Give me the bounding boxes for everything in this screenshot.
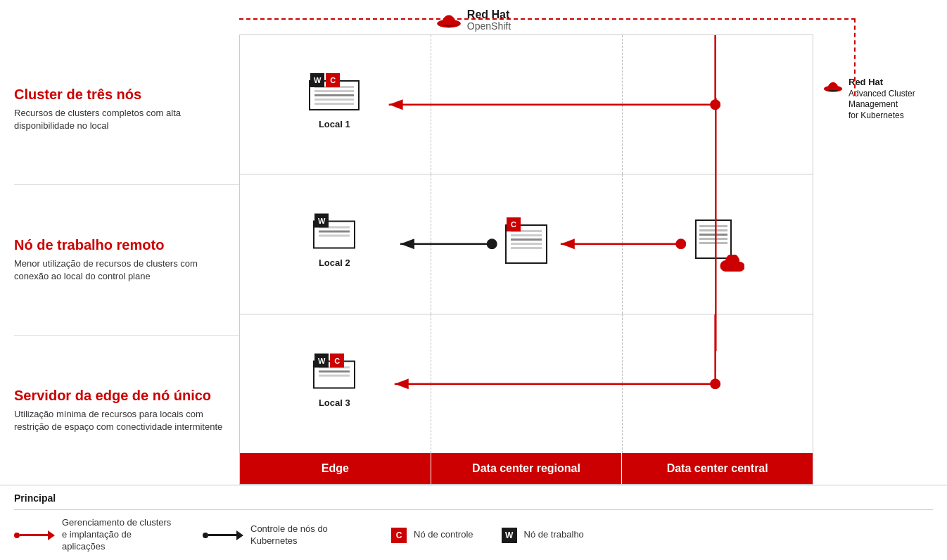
- col-edge: Edge: [240, 453, 431, 484]
- cloud-icon: [719, 255, 744, 274]
- vdivider-3b: [622, 314, 623, 453]
- black-arrow-legend: [203, 530, 243, 540]
- badge-w-3: W: [314, 353, 329, 367]
- dashed-line-right: [514, 18, 856, 20]
- openshift-logo: Red Hat OpenShift: [436, 8, 511, 32]
- acm-line2: Management: [849, 99, 915, 110]
- local3-label: Local 3: [319, 397, 350, 407]
- left-label-3: Servidor da edge de nó único Utilização …: [14, 336, 239, 485]
- vdivider-2b: [622, 174, 623, 313]
- diagram-wrapper: W C Local 1: [239, 34, 813, 485]
- remote-desc: Menor utilização de recursos de clusters…: [14, 257, 225, 283]
- main-container: Red Hat OpenShift Cluster de três nós Re…: [0, 0, 947, 560]
- dashed-line-left: [239, 18, 518, 20]
- red-dot: [14, 533, 20, 538]
- local1-node: W C Local 1: [309, 80, 360, 129]
- badge-w-2: W: [314, 214, 329, 228]
- badge-w-1: W: [310, 73, 324, 87]
- content-area: Cluster de três nós Recursos de clusters…: [0, 34, 947, 485]
- legend-badge-w: W: [502, 528, 517, 543]
- local3-server-box: W C: [313, 360, 355, 388]
- acm-line1: Advanced Cluster: [849, 89, 915, 100]
- legend-badge-c: C: [391, 528, 407, 543]
- header-area: Red Hat OpenShift: [0, 0, 947, 34]
- local2-server-box: W: [313, 221, 355, 249]
- local1-server-box: W C: [309, 80, 360, 110]
- red-arrow-legend: [14, 530, 55, 540]
- cloud-server-icon: [691, 219, 740, 269]
- legend-item-badge-w: W Nó de trabalho: [502, 528, 584, 543]
- diagram-area: W C Local 1: [239, 34, 813, 485]
- left-labels: Cluster de três nós Recursos de clusters…: [14, 34, 239, 485]
- diagram-row-1: W C Local 1: [240, 35, 813, 174]
- left-label-1: Cluster de três nós Recursos de clusters…: [14, 34, 239, 185]
- legend-divider: [14, 509, 933, 510]
- red-arrowhead: [48, 530, 55, 540]
- col-central: Data center central: [621, 453, 813, 484]
- diagram-row-3: W C Local 3: [240, 314, 813, 453]
- cloud-server-node: [691, 219, 740, 269]
- cluster-title: Cluster de três nós: [14, 86, 225, 103]
- doc-icon: [695, 219, 732, 259]
- acm-text-block: Red Hat Advanced Cluster Management for …: [849, 77, 915, 122]
- product-label: OpenShift: [467, 21, 511, 32]
- local2-badges: W: [314, 214, 329, 228]
- edge-title: Servidor da edge de nó único: [14, 387, 225, 404]
- openshift-text: Red Hat OpenShift: [467, 8, 511, 32]
- black-line: [208, 534, 236, 536]
- cluster-desc: Recursos de clusters completos com alta …: [14, 107, 225, 132]
- col-regional: Data center regional: [431, 453, 622, 484]
- black-arrowhead: [236, 530, 243, 540]
- remote-title: Nó de trabalho remoto: [14, 236, 225, 253]
- legend-item-red: Gerenciamento de clusters e implantação …: [14, 517, 174, 553]
- badge-c-3: C: [330, 353, 344, 367]
- badge-c-1: C: [326, 73, 340, 87]
- svg-point-15: [830, 82, 836, 87]
- legend-item-black: Controle de nós do Kubernetes: [203, 523, 363, 547]
- control-node-row2: C: [505, 224, 547, 264]
- acm-redhat: Red Hat: [849, 77, 915, 89]
- legend-item-badge-c: C Nó de controle: [391, 528, 474, 543]
- red-line: [20, 534, 48, 536]
- acm-hat-icon: [823, 78, 843, 94]
- diagram-row-2: W Local 2 C: [240, 174, 813, 314]
- edge-desc: Utilização mínima de recursos para locai…: [14, 408, 225, 433]
- acm-logo: Red Hat Advanced Cluster Management for …: [823, 77, 915, 122]
- vdivider-1: [431, 35, 431, 174]
- local3-node: W C Local 3: [313, 360, 355, 407]
- legend-text-red: Gerenciamento de clusters e implantação …: [62, 517, 174, 553]
- legend-text-c: Nó de controle: [414, 529, 474, 541]
- legend-title: Principal: [14, 492, 933, 504]
- local1-badges: W C: [310, 73, 340, 87]
- legend-text-black: Controle de nós do Kubernetes: [250, 523, 363, 547]
- legend-text-w: Nó de trabalho: [524, 529, 584, 541]
- control-badges: C: [507, 217, 521, 231]
- vdivider-2: [622, 35, 623, 174]
- column-labels: Edge Data center regional Data center ce…: [240, 453, 813, 484]
- redhat-hat-icon: [436, 10, 462, 30]
- local2-label: Local 2: [319, 257, 350, 268]
- badge-c-2: C: [507, 217, 521, 231]
- local1-label: Local 1: [319, 119, 350, 129]
- local2-node: W Local 2: [313, 221, 355, 268]
- dashed-line-vertical-right: [854, 18, 856, 96]
- legend-items: Gerenciamento de clusters e implantação …: [14, 517, 933, 553]
- control-server-box: C: [505, 224, 547, 264]
- legend-area: Principal Gerenciamento de clusters e im…: [0, 485, 947, 560]
- vdivider-3a: [431, 314, 431, 453]
- left-label-2: Nó de trabalho remoto Menor utilização d…: [14, 185, 239, 336]
- vdivider-2a: [431, 174, 431, 313]
- black-dot: [203, 533, 208, 538]
- acm-line3: for Kubernetes: [849, 110, 915, 122]
- right-logo-area: Red Hat Advanced Cluster Management for …: [813, 34, 933, 485]
- local3-badges: W C: [314, 353, 344, 367]
